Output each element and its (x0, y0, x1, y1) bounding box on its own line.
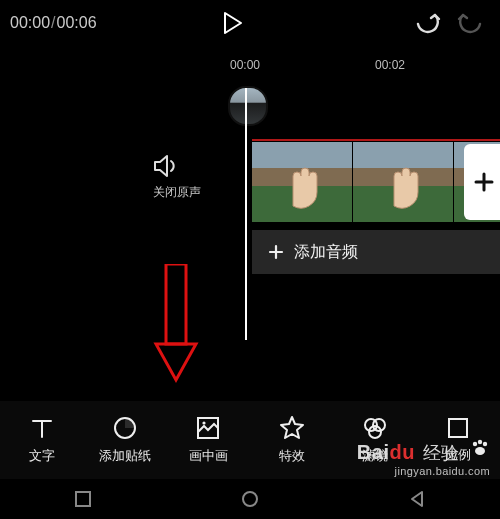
add-audio-track[interactable]: 添加音频 (252, 230, 500, 274)
current-time: 00:00 (10, 14, 50, 32)
video-track[interactable] (252, 142, 500, 222)
paw-icon (470, 439, 490, 457)
speaker-icon (153, 154, 179, 178)
effects-icon (279, 415, 305, 441)
clip-thumbnail-icon (280, 158, 330, 214)
clip-boundary-line (252, 139, 500, 141)
nav-back-button[interactable] (408, 490, 426, 508)
svg-rect-0 (166, 264, 186, 344)
redo-button[interactable] (452, 4, 490, 42)
picture-in-picture-icon (195, 415, 221, 441)
tool-label: 文字 (29, 447, 55, 465)
watermark-brand: Bai (357, 441, 390, 463)
triangle-back-icon (408, 490, 426, 508)
tool-sticker[interactable]: 添加贴纸 (89, 415, 161, 465)
tool-effects[interactable]: 特效 (256, 415, 328, 465)
nav-recent-button[interactable] (74, 490, 92, 508)
svg-point-11 (478, 440, 482, 444)
plus-icon (268, 244, 284, 260)
ruler-tick: 00:02 (375, 58, 405, 72)
play-button[interactable] (213, 4, 251, 42)
tool-label: 画中画 (189, 447, 228, 465)
svg-rect-8 (76, 492, 90, 506)
circle-icon (241, 490, 259, 508)
ruler-tick: 00:00 (230, 58, 260, 72)
svg-point-9 (243, 492, 257, 506)
mute-label: 关闭原声 (153, 184, 201, 201)
sticker-icon (112, 415, 138, 441)
tool-label: 添加贴纸 (99, 447, 151, 465)
svg-point-5 (373, 419, 385, 431)
time-ruler[interactable]: 00:00 00:02 (0, 58, 500, 84)
time-separator: / (51, 14, 55, 32)
add-audio-label: 添加音频 (294, 242, 358, 263)
watermark-url: jingyan.baidu.com (357, 465, 490, 477)
top-bar: 00:00 / 00:06 (0, 0, 500, 46)
system-navbar (0, 479, 500, 519)
plus-icon (473, 171, 495, 193)
play-icon (221, 11, 243, 35)
tool-label: 特效 (279, 447, 305, 465)
watermark-suffix: 经验 (423, 443, 460, 463)
redo-icon (457, 12, 485, 34)
aspect-ratio-icon (446, 416, 470, 440)
mute-original-sound-button[interactable]: 关闭原声 (153, 154, 201, 201)
total-time: 00:06 (57, 14, 97, 32)
timeline-viewport: 关闭原声 添加音频 (0, 84, 500, 380)
video-clip[interactable] (353, 142, 453, 222)
svg-point-10 (473, 442, 477, 446)
tool-text[interactable]: 文字 (6, 415, 78, 465)
playhead[interactable] (245, 88, 247, 340)
tool-pip[interactable]: 画中画 (172, 415, 244, 465)
add-clip-button[interactable] (464, 144, 500, 220)
svg-point-3 (203, 421, 206, 424)
clip-thumbnail-icon (381, 158, 431, 214)
watermark: Baidu 经验 jingyan.baidu.com (357, 439, 490, 477)
svg-point-6 (369, 426, 381, 438)
nav-home-button[interactable] (241, 490, 259, 508)
undo-icon (413, 12, 441, 34)
text-icon (29, 415, 55, 441)
undo-button[interactable] (408, 4, 446, 42)
filter-icon (361, 415, 389, 441)
preview-thumbnail[interactable] (228, 86, 268, 126)
svg-rect-7 (449, 419, 467, 437)
svg-point-12 (483, 442, 487, 446)
square-icon (74, 490, 92, 508)
svg-point-13 (475, 447, 485, 455)
annotation-arrow-icon (152, 264, 200, 384)
video-clip[interactable] (252, 142, 352, 222)
